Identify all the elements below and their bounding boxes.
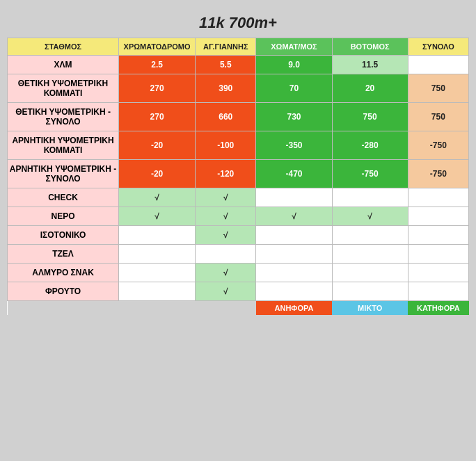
- legend-katifora: ΚΑΤΗΦΟΡΑ: [408, 301, 468, 316]
- header-botomos: ΒΟΤΟΜΟΣ: [332, 38, 408, 56]
- row-label: CHECK: [8, 188, 119, 207]
- row-cell: [332, 188, 408, 207]
- row-cell: [256, 226, 332, 245]
- row-cell: [408, 282, 468, 301]
- row-cell: 270: [119, 74, 196, 103]
- row-cell: √: [196, 188, 256, 207]
- row-cell: [119, 282, 196, 301]
- row-cell: 2.5: [119, 56, 196, 74]
- row-cell: -350: [256, 131, 332, 160]
- row-cell: -750: [332, 160, 408, 188]
- row-cell: √: [119, 207, 196, 226]
- row-cell: [332, 282, 408, 301]
- row-cell: √: [196, 226, 256, 245]
- table-row: ΤΖΕΛ: [8, 245, 469, 264]
- table-row: CHECK√√: [8, 188, 469, 207]
- header-station: ΣΤΑΘΜΟΣ: [8, 38, 119, 56]
- row-label: ΧΛΜ: [8, 56, 119, 74]
- table-row: ΘΕΤΙΚΗ ΥΨΟΜΕΤΡΙΚΗ ΚΟΜΜΑΤΙ2703907020750: [8, 74, 469, 103]
- row-cell: [408, 207, 468, 226]
- row-cell: 390: [196, 74, 256, 103]
- row-label: ΘΕΤΙΚΗ ΥΨΟΜΕΤΡΙΚΗ ΚΟΜΜΑΤΙ: [8, 74, 119, 103]
- row-label: ΤΖΕΛ: [8, 245, 119, 264]
- row-label: ΑΡΝΗΤΙΚΗ ΥΨΟΜΕΤΡΙΚΗ - ΣΥΝΟΛΟ: [8, 160, 119, 188]
- row-cell: 9.0: [256, 56, 332, 74]
- row-cell: 5.5: [196, 56, 256, 74]
- row-label: ΘΕΤΙΚΗ ΥΨΟΜΕΤΡΙΚΗ - ΣΥΝΟΛΟ: [8, 103, 119, 131]
- row-cell: [408, 245, 468, 264]
- row-cell: [256, 264, 332, 282]
- row-cell: √: [332, 207, 408, 226]
- row-cell: [196, 245, 256, 264]
- row-label: ΑΡΝΗΤΙΚΗ ΥΨΟΜΕΤΡΙΚΗ ΚΟΜΜΑΤΙ: [8, 131, 119, 160]
- header-synolo: ΣΥΝΟΛΟ: [408, 38, 468, 56]
- table-row: ΦΡΟΥΤΟ√: [8, 282, 469, 301]
- row-cell: [408, 188, 468, 207]
- row-cell: -280: [332, 131, 408, 160]
- row-cell: 660: [196, 103, 256, 131]
- row-cell: √: [196, 264, 256, 282]
- row-cell: [332, 226, 408, 245]
- row-cell: [119, 226, 196, 245]
- row-cell: -470: [256, 160, 332, 188]
- row-cell: -20: [119, 131, 196, 160]
- row-cell: 750: [408, 74, 468, 103]
- legend-empty: [8, 301, 256, 316]
- header-xwmatimos: ΧΩΜΑΤ/ΜΟΣ: [256, 38, 332, 56]
- row-cell: [119, 245, 196, 264]
- row-cell: [408, 56, 468, 74]
- table-row: ΑΡΝΗΤΙΚΗ ΥΨΟΜΕΤΡΙΚΗ ΚΟΜΜΑΤΙ-20-100-350-2…: [8, 131, 469, 160]
- row-cell: -100: [196, 131, 256, 160]
- row-label: ΝΕΡΟ: [8, 207, 119, 226]
- row-cell: -20: [119, 160, 196, 188]
- table-row: ΑΡΝΗΤΙΚΗ ΥΨΟΜΕΤΡΙΚΗ - ΣΥΝΟΛΟ-20-120-470-…: [8, 160, 469, 188]
- row-cell: 11.5: [332, 56, 408, 74]
- row-label: ΙΣΟΤΟΝΙΚΟ: [8, 226, 119, 245]
- table-row: ΙΣΟΤΟΝΙΚΟ√: [8, 226, 469, 245]
- row-cell: [119, 264, 196, 282]
- row-cell: 20: [332, 74, 408, 103]
- row-cell: [332, 264, 408, 282]
- row-cell: √: [196, 207, 256, 226]
- row-cell: -750: [408, 160, 468, 188]
- row-cell: [408, 226, 468, 245]
- row-cell: [256, 282, 332, 301]
- header-xromatodromos: ΧΡΩΜΑΤΟΔΡΟΜΟ: [119, 38, 196, 56]
- row-cell: √: [119, 188, 196, 207]
- table-row: ΘΕΤΙΚΗ ΥΨΟΜΕΤΡΙΚΗ - ΣΥΝΟΛΟ27066073075075…: [8, 103, 469, 131]
- row-cell: √: [196, 282, 256, 301]
- legend-anifora: ΑΝΗΦΟΡΑ: [256, 301, 332, 316]
- title-bar: 11k 700m+: [7, 7, 469, 38]
- row-cell: 750: [408, 103, 468, 131]
- row-cell: -120: [196, 160, 256, 188]
- legend-row: ΑΝΗΦΟΡΑ ΜΙΚΤΟ ΚΑΤΗΦΟΡΑ: [8, 301, 469, 316]
- row-cell: -750: [408, 131, 468, 160]
- table-header: ΣΤΑΘΜΟΣ ΧΡΩΜΑΤΟΔΡΟΜΟ ΑΓ.ΓΙΑΝΝΗΣ ΧΩΜΑΤ/ΜΟ…: [8, 38, 469, 56]
- row-cell: [332, 245, 408, 264]
- row-label: ΦΡΟΥΤΟ: [8, 282, 119, 301]
- row-cell: [256, 188, 332, 207]
- row-cell: 270: [119, 103, 196, 131]
- row-cell: √: [256, 207, 332, 226]
- row-label: ΑΛΜΥΡΟ ΣΝΑΚ: [8, 264, 119, 282]
- legend-mikto: ΜΙΚΤΟ: [332, 301, 408, 316]
- row-cell: [408, 264, 468, 282]
- table-row: ΑΛΜΥΡΟ ΣΝΑΚ√: [8, 264, 469, 282]
- row-cell: 70: [256, 74, 332, 103]
- row-cell: [256, 245, 332, 264]
- page-title: 11k 700m+: [199, 14, 277, 31]
- row-cell: 730: [256, 103, 332, 131]
- header-agiannis: ΑΓ.ΓΙΑΝΝΗΣ: [196, 38, 256, 56]
- data-table: ΣΤΑΘΜΟΣ ΧΡΩΜΑΤΟΔΡΟΜΟ ΑΓ.ΓΙΑΝΝΗΣ ΧΩΜΑΤ/ΜΟ…: [7, 38, 469, 315]
- table-row: ΝΕΡΟ√√√√: [8, 207, 469, 226]
- row-cell: 750: [332, 103, 408, 131]
- table-row: ΧΛΜ2.55.59.011.5: [8, 56, 469, 74]
- main-container: 11k 700m+ ΣΤΑΘΜΟΣ ΧΡΩΜΑΤΟΔΡΟΜΟ ΑΓ.ΓΙΑΝΝΗ…: [7, 7, 469, 315]
